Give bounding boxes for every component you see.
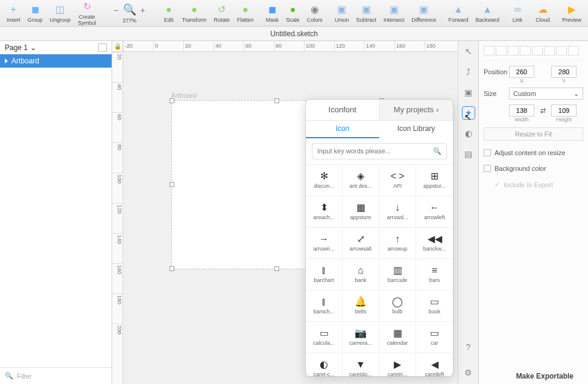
lock-aspect-icon[interactable]: ⇄ xyxy=(538,107,548,115)
icon-item-book[interactable]: ▭book xyxy=(416,290,453,322)
height-input[interactable] xyxy=(551,104,577,117)
position-x-input[interactable] xyxy=(509,66,534,78)
align-left-icon[interactable] xyxy=(484,46,495,56)
toolbar-forward[interactable]: ▲Forward xyxy=(445,4,471,23)
toolbar-group[interactable]: ◼Group xyxy=(25,4,46,23)
icon-item-arrowup[interactable]: ↑arrowup xyxy=(379,228,416,259)
align-top-icon[interactable] xyxy=(520,46,531,56)
icon-item-areach[interactable]: ⬍areach... xyxy=(306,196,343,228)
zoom-out-button[interactable]: − xyxy=(112,5,121,14)
width-input[interactable] xyxy=(509,104,534,117)
icon-item-arrowsalt[interactable]: ⤢arrowsalt xyxy=(343,228,379,259)
icon-search[interactable]: 🔍 xyxy=(312,143,447,159)
export-icon[interactable]: ⤴ xyxy=(462,65,475,78)
toolbar-scale[interactable]: ●Scale xyxy=(283,4,303,23)
layer-artboard[interactable]: Artboard xyxy=(0,54,112,68)
help-icon[interactable]: ? xyxy=(462,341,475,354)
icon-item-bulb[interactable]: ◯bulb xyxy=(379,290,416,322)
toolbar-ungroup[interactable]: ◫Ungroup xyxy=(47,4,74,23)
distribute-v-icon[interactable] xyxy=(568,46,579,56)
ruler-tick: 20 xyxy=(112,52,122,82)
icon-item-arrowri[interactable]: →arrowri... xyxy=(306,228,343,259)
icon-item-caretleft[interactable]: ◀caretleft xyxy=(416,353,453,376)
icon-item-arrowleft[interactable]: ←arrowleft xyxy=(416,196,453,228)
resize-handle[interactable] xyxy=(274,98,279,103)
toolbar-link[interactable]: ∞Link xyxy=(508,4,526,23)
appstor-icon: ⊞ xyxy=(431,171,438,181)
align-center-h-icon[interactable] xyxy=(496,46,507,56)
icon-item-caretdo[interactable]: ▼caretdo... xyxy=(343,353,379,376)
toolbar-colors[interactable]: ◉Colors xyxy=(304,4,326,23)
toolbar-label: Intersect xyxy=(384,17,405,23)
palette-icon[interactable]: ◐ xyxy=(462,127,475,140)
toolbar-union[interactable]: ▣Union xyxy=(332,4,352,23)
resize-handle[interactable] xyxy=(169,182,174,187)
preview-icon: ▶ xyxy=(566,4,578,16)
toolbar-flatten[interactable]: ●Flatten xyxy=(234,4,257,23)
resize-handle[interactable] xyxy=(274,266,279,271)
align-right-icon[interactable] xyxy=(508,46,519,56)
adjust-content-checkbox[interactable]: Adjust content on resize xyxy=(484,149,583,156)
tab-my-projects[interactable]: My projects › xyxy=(379,100,454,120)
size-select[interactable]: Custom ⌄ xyxy=(509,88,583,100)
background-color-checkbox[interactable]: Background color xyxy=(484,165,583,172)
icon-item-discon[interactable]: ✻discon... xyxy=(306,165,343,196)
toolbar-transform[interactable]: ●Transform xyxy=(179,4,210,23)
artboard-title[interactable]: Artboard xyxy=(171,92,197,99)
icon-item-appstor[interactable]: ⊞appstor... xyxy=(416,165,453,196)
icon-item-API[interactable]: < >API xyxy=(379,165,416,196)
tab-iconfont[interactable]: Iconfont xyxy=(306,100,379,120)
toolbar-label: Difference xyxy=(411,17,436,23)
icon-item-banckw[interactable]: ◀◀banckw... xyxy=(416,228,453,259)
make-exportable-label[interactable]: Make Exportable xyxy=(516,372,574,380)
icon-item-ant des[interactable]: ◈ant des... xyxy=(343,165,379,196)
resize-to-fit-button[interactable]: Resize to Fit xyxy=(484,127,583,141)
edit-icon: ● xyxy=(163,4,175,16)
page-grid-icon[interactable] xyxy=(98,43,107,52)
resize-handle[interactable] xyxy=(169,266,174,271)
toolbar-edit[interactable]: ●Edit xyxy=(160,4,178,23)
toolbar-cloud[interactable]: ☁Cloud xyxy=(533,4,553,23)
settings-gear-icon[interactable]: ⚙ xyxy=(462,366,475,379)
toolbar-difference[interactable]: ▣Difference xyxy=(408,4,439,23)
align-bottom-icon[interactable] xyxy=(544,46,555,56)
toolbar-rotate[interactable]: ↺Rotate xyxy=(211,4,233,23)
resize-handle[interactable] xyxy=(169,98,174,103)
arrow-tool-icon[interactable]: ↖ xyxy=(462,45,475,58)
icon-item-caret-c[interactable]: ◐caret-c... xyxy=(306,353,343,376)
icon-item-appstore[interactable]: ▦appstore xyxy=(343,196,379,228)
position-y-input[interactable] xyxy=(551,66,577,78)
toolbar-create-symbol[interactable]: ↻Create Symbol xyxy=(75,1,100,26)
arrowleft-icon: ← xyxy=(430,203,440,213)
library-icon[interactable]: ▤ xyxy=(462,147,475,161)
icon-item-barcode[interactable]: ▥barcode xyxy=(379,259,416,290)
zoom-in-button[interactable]: + xyxy=(139,5,147,14)
toolbar-insert[interactable]: +Insert xyxy=(4,4,24,23)
toolbar-intersect[interactable]: ▣Intersect xyxy=(381,4,408,23)
icon-item-bells[interactable]: 🔔bells xyxy=(343,290,379,322)
subtab-icon-library[interactable]: Icon Library xyxy=(379,121,453,138)
icon-item-calendar[interactable]: ▦calendar xyxy=(379,322,416,353)
toolbar-mask[interactable]: ◼Mask xyxy=(263,4,282,23)
toolbar-backward[interactable]: ▲Backward xyxy=(472,4,502,23)
icon-item-camera[interactable]: 📷camera... xyxy=(343,322,379,353)
distribute-h-icon[interactable] xyxy=(556,46,567,56)
icon-item-caretri[interactable]: ▶caretri... xyxy=(379,353,416,376)
subtab-icon[interactable]: Icon xyxy=(306,121,379,138)
icon-item-barsch[interactable]: ⫿barsch... xyxy=(306,290,343,322)
toolbar-preview[interactable]: ▶Preview xyxy=(559,4,584,23)
filter-field[interactable]: 🔍 Filter xyxy=(0,367,112,384)
icon-item-arrowd[interactable]: ↓arrowd... xyxy=(379,196,416,228)
page-selector[interactable]: Page 1 ⌄ xyxy=(0,41,112,54)
icon-item-barchart[interactable]: ⫿barchart xyxy=(306,259,343,290)
icon-item-bars[interactable]: ≡bars xyxy=(416,259,453,290)
ruler-origin-lock-icon[interactable]: 🔒 xyxy=(112,41,123,52)
icon-item-bank[interactable]: ⌂bank xyxy=(343,259,379,290)
icon-item-car[interactable]: ▭car xyxy=(416,322,453,353)
icon-item-calcula[interactable]: ▭calcula... xyxy=(306,322,343,353)
icon-search-input[interactable] xyxy=(317,147,429,155)
scan-icon[interactable]: ▣ xyxy=(462,86,475,99)
iconfont-plugin-icon[interactable]: ✦ xyxy=(462,106,475,120)
align-center-v-icon[interactable] xyxy=(532,46,543,56)
toolbar-subtract[interactable]: ▣Subtract xyxy=(353,4,379,23)
